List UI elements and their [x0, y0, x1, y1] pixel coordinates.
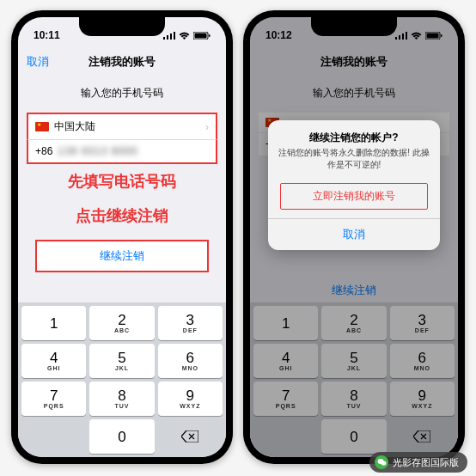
svg-rect-2: [170, 34, 172, 40]
key-9[interactable]: 9WXYZ: [158, 381, 223, 416]
confirm-delete-button[interactable]: 立即注销我的账号: [280, 183, 428, 210]
svg-point-15: [381, 461, 386, 465]
dialog-message: 注销您的账号将永久删除您的数据! 此操作是不可逆的!: [268, 147, 440, 180]
subtitle-label: 输入您的手机号码: [18, 76, 226, 107]
chevron-right-icon: ›: [205, 121, 209, 133]
delete-key[interactable]: [158, 419, 223, 454]
status-icons: [163, 32, 211, 40]
battery-icon: [193, 32, 211, 40]
key-0[interactable]: 0: [89, 419, 154, 454]
wifi-icon: [179, 32, 190, 40]
svg-rect-6: [209, 34, 211, 37]
nav-bar: 取消 注销我的账号: [18, 48, 226, 76]
svg-rect-1: [167, 35, 168, 40]
flag-icon: [35, 122, 49, 131]
confirm-dialog: 继续注销您的帐户? 注销您的账号将永久删除您的数据! 此操作是不可逆的! 立即注…: [268, 120, 440, 250]
svg-rect-3: [174, 32, 175, 40]
country-name: 中国大陆: [54, 119, 95, 134]
phone-mockup-right: 10:12 注销我的账号 输入您的手机号码 +86 继续注销 12ABC3DEF…: [243, 10, 465, 464]
cancel-button[interactable]: 取消: [27, 54, 49, 70]
watermark: 光影存图国际版: [369, 452, 467, 473]
phone-input-row[interactable]: +86 138 0013 8000: [27, 139, 217, 164]
phone-number-field[interactable]: 138 0013 8000: [58, 145, 137, 157]
svg-rect-5: [195, 33, 207, 38]
signal-icon: [163, 32, 175, 40]
key-2[interactable]: 2ABC: [89, 306, 154, 340]
dialog-cancel-button[interactable]: 取消: [268, 218, 440, 250]
key-3[interactable]: 3DEF: [158, 306, 223, 340]
dialog-title: 继续注销您的帐户?: [268, 120, 440, 147]
key-empty: [21, 419, 86, 454]
country-code: +86: [35, 145, 52, 157]
key-7[interactable]: 7PQRS: [21, 381, 86, 416]
numeric-keypad: 12ABC3DEF4GHI5JKL6MNO7PQRS8TUV9WXYZ0: [18, 302, 226, 457]
notch: [79, 17, 165, 36]
instruction-2: 点击继续注销: [18, 198, 226, 233]
continue-button[interactable]: 继续注销: [35, 240, 209, 272]
instruction-1: 先填写电话号码: [18, 164, 226, 198]
watermark-text: 光影存图国际版: [393, 456, 459, 469]
svg-rect-0: [163, 37, 165, 40]
key-4[interactable]: 4GHI: [21, 344, 86, 378]
wechat-icon: [375, 455, 388, 469]
key-1[interactable]: 1: [21, 306, 86, 340]
page-title: 注销我的账号: [88, 54, 156, 70]
status-time: 10:11: [34, 29, 60, 41]
key-8[interactable]: 8TUV: [89, 381, 154, 416]
key-6[interactable]: 6MNO: [158, 344, 223, 378]
key-5[interactable]: 5JKL: [89, 344, 154, 378]
phone-mockup-left: 10:11 取消 注销我的账号 输入您的手机号码 中国大陆 › +86 138 …: [11, 10, 233, 464]
country-selector[interactable]: 中国大陆 ›: [27, 113, 217, 139]
